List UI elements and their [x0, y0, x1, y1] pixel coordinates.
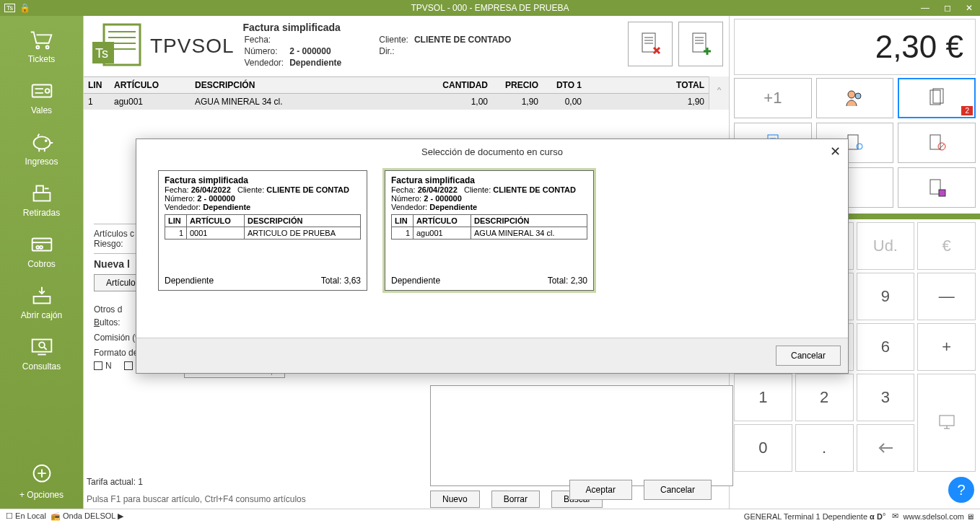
- quick-plus1[interactable]: +1: [734, 78, 812, 118]
- tarifa-label: Tarifa actual: 1: [87, 477, 143, 487]
- key-minus[interactable]: —: [917, 273, 976, 320]
- quick-void[interactable]: [898, 123, 976, 163]
- piggy-icon: [28, 130, 56, 154]
- sidebar-item-abrir-cajon[interactable]: Abrir cajón: [0, 278, 83, 329]
- receipt-add-icon: [688, 32, 713, 56]
- key-plus[interactable]: +: [917, 323, 976, 371]
- sidebar-item-cobros[interactable]: Cobros: [0, 227, 83, 278]
- svg-rect-6: [33, 193, 50, 201]
- cliente-value: CLIENTE DE CONTADO: [414, 35, 515, 45]
- receipt-void-icon: [926, 132, 948, 154]
- close-button[interactable]: ✕: [963, 3, 976, 13]
- status-url[interactable]: www.sdelsol.com: [904, 512, 964, 521]
- local-indicator: ☐ En Local: [6, 511, 46, 521]
- receipts-icon: [926, 87, 948, 109]
- grid-header: LIN ARTÍCULO DESCRIPCIÓN CANTIDAD PRECIO…: [84, 76, 709, 94]
- sidebar-item-consultas[interactable]: Consultas: [0, 329, 83, 380]
- help-fab[interactable]: ?: [948, 477, 974, 503]
- maximize-button[interactable]: ◻: [941, 3, 954, 13]
- key-2[interactable]: 2: [795, 374, 854, 421]
- tickets-badge: 2: [961, 106, 973, 115]
- svg-rect-19: [693, 33, 706, 52]
- doc-card-2[interactable]: Factura simplificada Fecha: 26/04/2022 C…: [385, 170, 594, 291]
- cliente-label: Cliente:: [379, 35, 413, 45]
- status-right: GENERAL Terminal 1 Dependiente: [744, 512, 867, 521]
- doc-card-1[interactable]: Factura simplificada Fecha: 26/04/2022 C…: [158, 170, 367, 291]
- modal-close-button[interactable]: ✕: [830, 144, 841, 159]
- quick-save[interactable]: [898, 167, 976, 208]
- key-eur[interactable]: €: [917, 222, 976, 270]
- fecha-label: Fecha:: [244, 35, 288, 45]
- svg-rect-32: [940, 416, 954, 426]
- cancelar-button[interactable]: Cancelar: [644, 480, 712, 500]
- riesgo-label: Riesgo:: [94, 239, 123, 249]
- grid-row[interactable]: 1 agu001 AGUA MINERAL 34 cl. 1,00 1,90 0…: [84, 94, 709, 110]
- scroll-up-button[interactable]: ˄: [709, 76, 729, 110]
- vendedor-label: Vendedor:: [244, 58, 288, 68]
- onda-indicator[interactable]: 📻 Onda DELSOL ▶: [51, 511, 123, 521]
- svg-point-9: [36, 246, 39, 249]
- key-3[interactable]: 3: [857, 374, 915, 421]
- numero-label: Número:: [244, 46, 288, 56]
- people-icon: [844, 87, 865, 109]
- sidebar-item-vales[interactable]: Vales: [0, 73, 83, 124]
- svg-point-1: [45, 46, 48, 49]
- backspace-icon: [875, 438, 896, 458]
- document-header: Ts TPVSOL Factura simplificada Fecha: Nú…: [84, 16, 729, 76]
- svg-rect-23: [933, 89, 943, 103]
- window-title: TPVSOL - 000 - EMPRESA DE PRUEBA: [411, 3, 569, 13]
- sidebar: Tickets Vales Ingresos Retiradas Cobros …: [0, 16, 83, 509]
- svg-rect-11: [33, 296, 50, 304]
- receipt-delete-icon: [638, 32, 662, 56]
- key-ud[interactable]: Ud.: [857, 222, 915, 270]
- cart-icon: [28, 27, 56, 52]
- sidebar-item-tickets[interactable]: Tickets: [0, 22, 83, 73]
- nuevo-button[interactable]: Nuevo: [430, 491, 480, 508]
- lock-icon: 🔒: [19, 3, 30, 13]
- svg-rect-31: [939, 190, 945, 196]
- app-logo-icon: Ts: [89, 22, 147, 71]
- key-0[interactable]: 0: [734, 424, 792, 472]
- svg-rect-27: [930, 135, 940, 149]
- quick-customer[interactable]: [816, 78, 894, 118]
- sidebar-item-ingresos[interactable]: Ingresos: [0, 124, 83, 175]
- aceptar-button[interactable]: Aceptar: [569, 480, 632, 500]
- chk-n[interactable]: N: [94, 361, 112, 371]
- svg-rect-18: [642, 33, 655, 52]
- voucher-icon: [28, 79, 56, 103]
- document-selection-modal: Selección de documento en curso ✕ Factur…: [136, 139, 849, 374]
- modal-title: Selección de documento en curso: [421, 146, 563, 157]
- quick-tickets[interactable]: 2: [898, 78, 976, 118]
- minimize-button[interactable]: —: [918, 3, 932, 13]
- key-scale[interactable]: [917, 374, 976, 472]
- borrar-button[interactable]: Borrar: [491, 491, 540, 508]
- sidebar-label: + Opciones: [0, 490, 83, 500]
- notes-textarea[interactable]: [430, 385, 733, 486]
- sidebar-item-opciones[interactable]: + Opciones: [0, 457, 83, 509]
- new-ticket-button[interactable]: [678, 22, 723, 66]
- sidebar-label: Vales: [0, 105, 83, 115]
- svg-point-20: [848, 91, 855, 98]
- app-name: TPVSOL: [150, 35, 234, 58]
- app-badge: Ts: [4, 4, 15, 12]
- svg-point-13: [39, 342, 45, 348]
- scale-icon: [937, 413, 957, 433]
- modal-cancel-button[interactable]: Cancelar: [776, 346, 841, 366]
- svg-text:Ts: Ts: [95, 46, 108, 61]
- title-bar: Ts 🔒 TPVSOL - 000 - EMPRESA DE PRUEBA — …: [0, 0, 980, 16]
- svg-rect-7: [36, 186, 43, 193]
- delete-ticket-button[interactable]: [628, 22, 673, 66]
- total-display: 2,30 €: [734, 19, 976, 75]
- drawer-icon: [28, 284, 56, 308]
- key-6[interactable]: 6: [857, 323, 915, 371]
- key-dot[interactable]: .: [795, 424, 854, 472]
- key-9[interactable]: 9: [857, 273, 915, 320]
- svg-point-0: [36, 46, 39, 49]
- vendedor-value: Dependiente: [289, 58, 346, 68]
- svg-rect-2: [32, 84, 51, 97]
- key-back[interactable]: [857, 424, 915, 472]
- register-icon: [28, 181, 56, 206]
- key-1[interactable]: 1: [734, 374, 792, 421]
- sidebar-item-retiradas[interactable]: Retiradas: [0, 175, 83, 227]
- svg-rect-22: [930, 90, 940, 105]
